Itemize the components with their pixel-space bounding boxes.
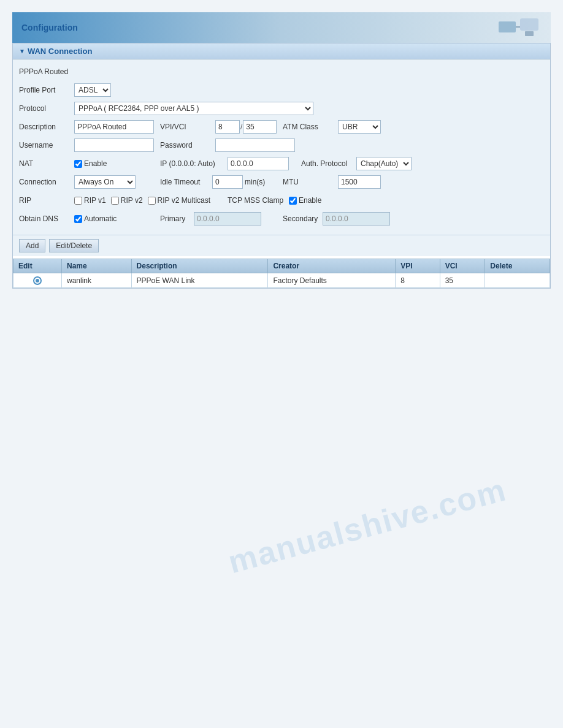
col-vci: VCI	[440, 259, 485, 273]
add-button[interactable]: Add	[19, 239, 45, 252]
watermark: manualshive.com	[224, 471, 510, 581]
nat-row: NAT Enable IP (0.0.0.0: Auto) Auth. Prot…	[19, 156, 544, 171]
profile-port-row: Profile Port ADSL	[19, 83, 544, 97]
atm-class-segment: ATM Class UBR	[283, 120, 424, 134]
rip-v1-checkbox-label[interactable]: RIP v1	[74, 196, 106, 205]
cell-creator: Factory Defaults	[268, 273, 396, 288]
rip-v1-label: RIP v1	[84, 196, 106, 205]
col-vpi: VPI	[396, 259, 440, 273]
profile-port-segment: Profile Port ADSL	[19, 83, 160, 97]
table-row: wanlink PPPoE WAN Link Factory Defaults …	[13, 273, 550, 288]
cell-delete	[485, 273, 550, 288]
obtain-dns-segment: Obtain DNS Automatic	[19, 214, 160, 223]
edit-delete-button[interactable]: Edit/Delete	[49, 239, 99, 252]
auth-protocol-label: Auth. Protocol	[301, 159, 356, 168]
mtu-segment: MTU	[283, 175, 424, 189]
connection-segment: Connection Always On	[19, 175, 160, 189]
section-title-text: WAN Connection	[28, 47, 92, 56]
button-row: Add Edit/Delete	[13, 235, 550, 256]
connection-row: Connection Always On Idle Timeout min(s)…	[19, 175, 544, 189]
vpi-input[interactable]	[215, 120, 240, 134]
password-label: Password	[160, 141, 215, 150]
header-bar: Configuration	[12, 12, 551, 43]
svg-rect-3	[525, 31, 534, 36]
primary-dns-input[interactable]	[194, 212, 261, 226]
nat-segment: NAT Enable	[19, 159, 160, 168]
tcp-mss-clamp-segment: TCP MSS Clamp Enable	[228, 196, 369, 205]
tcp-mss-clamp-checkbox[interactable]	[289, 197, 297, 205]
svg-rect-1	[499, 21, 516, 32]
obtain-dns-auto-checkbox[interactable]	[74, 215, 82, 223]
svg-rect-0	[520, 18, 538, 31]
nat-label: NAT	[19, 159, 74, 168]
connection-select[interactable]: Always On	[74, 175, 136, 189]
rip-row: RIP RIP v1 RIP v2 RIP v2 Multicast	[19, 193, 544, 208]
rip-v2-multicast-checkbox-label[interactable]: RIP v2 Multicast	[148, 196, 210, 205]
vpi-vci-segment: VPI/VCI /	[160, 120, 283, 134]
cell-edit[interactable]	[13, 273, 62, 288]
idle-timeout-unit: min(s)	[245, 178, 265, 186]
header-icon	[496, 15, 545, 40]
col-creator: Creator	[268, 259, 396, 273]
secondary-dns-segment: Secondary	[283, 212, 424, 226]
config-panel: WAN Connection PPPoA Routed Profile Port…	[12, 43, 551, 289]
col-name: Name	[62, 259, 132, 273]
username-row: Username Password	[19, 138, 544, 153]
mtu-input[interactable]	[338, 175, 381, 189]
col-delete: Delete	[485, 259, 550, 273]
nat-enable-checkbox-label[interactable]: Enable	[74, 159, 107, 168]
secondary-dns-input[interactable]	[323, 212, 390, 226]
tcp-mss-clamp-checkbox-label[interactable]: Enable	[289, 196, 321, 205]
nat-enable-label: Enable	[84, 159, 107, 168]
vci-input[interactable]	[243, 120, 277, 134]
subtitle-row: PPPoA Routed	[19, 64, 544, 79]
protocol-label: Protocol	[19, 104, 74, 113]
description-segment: Description	[19, 120, 160, 134]
idle-timeout-label: Idle Timeout	[160, 178, 212, 186]
cell-name: wanlink	[62, 273, 132, 288]
username-label: Username	[19, 141, 74, 150]
table-header-row: Edit Name Description Creator VPI VCI De…	[13, 259, 550, 273]
rip-v2-label: RIP v2	[121, 196, 143, 205]
obtain-dns-auto-label: Automatic	[84, 214, 117, 223]
atm-class-select[interactable]: UBR	[338, 120, 381, 134]
protocol-select[interactable]: PPPoA ( RFC2364, PPP over AAL5 )	[74, 102, 313, 115]
auth-protocol-select[interactable]: Chap(Auto)	[356, 157, 412, 170]
protocol-row: Protocol PPPoA ( RFC2364, PPP over AAL5 …	[19, 101, 544, 116]
username-input[interactable]	[74, 138, 154, 152]
obtain-dns-auto-checkbox-label[interactable]: Automatic	[74, 214, 117, 223]
description-label: Description	[19, 123, 74, 131]
rip-v2-checkbox[interactable]	[111, 197, 119, 205]
page-wrapper: Configuration WAN Connection PPPoA Route…	[0, 0, 563, 728]
description-input[interactable]	[74, 120, 154, 134]
idle-timeout-input[interactable]	[212, 175, 243, 189]
profile-port-select[interactable]: ADSL	[74, 83, 111, 97]
mtu-label: MTU	[283, 178, 338, 186]
ip-input[interactable]	[228, 157, 289, 170]
rip-v2-multicast-checkbox[interactable]	[148, 197, 156, 205]
primary-dns-label: Primary	[160, 214, 194, 223]
cell-vpi: 8	[396, 273, 440, 288]
rip-v2-checkbox-label[interactable]: RIP v2	[111, 196, 143, 205]
rip-v1-checkbox[interactable]	[74, 197, 82, 205]
obtain-dns-row: Obtain DNS Automatic Primary Secondary	[19, 211, 544, 226]
wan-table: Edit Name Description Creator VPI VCI De…	[13, 259, 550, 288]
vpi-vci-label: VPI/VCI	[160, 123, 215, 131]
nat-enable-checkbox[interactable]	[74, 160, 82, 168]
idle-timeout-segment: Idle Timeout min(s)	[160, 175, 283, 189]
connection-label: Connection	[19, 178, 74, 186]
ip-label: IP (0.0.0.0: Auto)	[160, 159, 228, 168]
auth-protocol-segment: Auth. Protocol Chap(Auto)	[301, 157, 442, 170]
cell-description: PPPoE WAN Link	[131, 273, 268, 288]
password-input[interactable]	[215, 138, 295, 152]
secondary-dns-label: Secondary	[283, 214, 323, 223]
obtain-dns-label: Obtain DNS	[19, 214, 74, 223]
edit-radio[interactable]	[33, 276, 42, 285]
table-area: Edit Name Description Creator VPI VCI De…	[13, 259, 550, 288]
primary-dns-segment: Primary	[160, 212, 283, 226]
section-title: WAN Connection	[13, 44, 550, 59]
header-title: Configuration	[21, 23, 78, 32]
ip-segment: IP (0.0.0.0: Auto)	[160, 157, 301, 170]
form-area: PPPoA Routed Profile Port ADSL Protocol …	[13, 59, 550, 235]
tcp-mss-clamp-label: TCP MSS Clamp	[228, 196, 289, 205]
